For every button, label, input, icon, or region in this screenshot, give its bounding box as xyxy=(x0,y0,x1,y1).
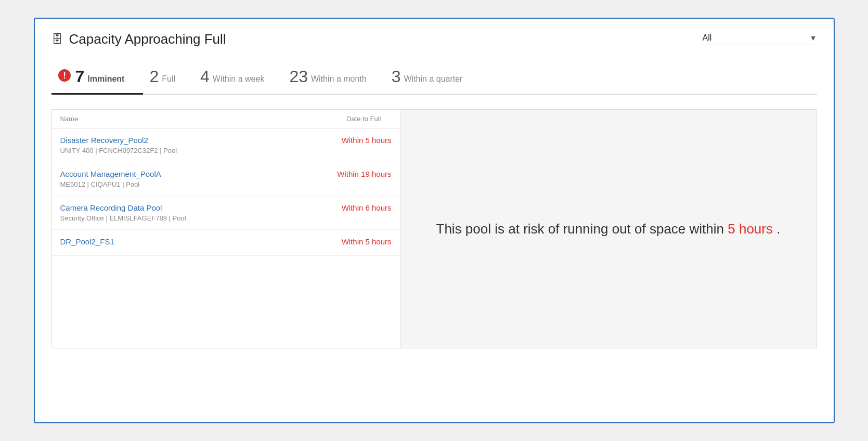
row-name: DR_Pool2_FS1 xyxy=(60,237,114,246)
tab-label-month: Within a month xyxy=(311,70,367,84)
table-header: Name Date to Full xyxy=(52,110,400,128)
row-date: Within 5 hours xyxy=(342,237,392,246)
chevron-down-icon: ▼ xyxy=(810,34,817,42)
row-top: Camera Recording Data Pool Within 6 hour… xyxy=(60,203,392,212)
col-header-date: Date to Full xyxy=(346,115,381,123)
table-row[interactable]: Disaster Recovery_Pool2 Within 5 hours U… xyxy=(52,128,400,162)
tab-imminent[interactable]: ! 7 Imminent xyxy=(51,62,144,94)
tab-full[interactable]: 2 Full xyxy=(143,62,194,94)
table-row[interactable]: DR_Pool2_FS1 Within 5 hours xyxy=(52,230,400,256)
detail-text-before: This pool is at risk of running out of s… xyxy=(436,221,724,237)
page-title: Capacity Approaching Full xyxy=(69,31,226,47)
detail-panel: This pool is at risk of running out of s… xyxy=(400,109,817,348)
detail-highlight: 5 hours xyxy=(728,221,773,237)
table-panel: Name Date to Full Disaster Recovery_Pool… xyxy=(51,109,400,348)
filter-dropdown[interactable]: All ▼ xyxy=(703,33,817,45)
row-top: Account Management_PoolA Within 19 hours xyxy=(60,170,392,178)
detail-text-after: . xyxy=(776,221,780,237)
tab-week[interactable]: 4 Within a week xyxy=(194,62,283,94)
content-area: Name Date to Full Disaster Recovery_Pool… xyxy=(51,109,817,348)
alert-icon: ! xyxy=(58,69,71,85)
row-name: Camera Recording Data Pool xyxy=(60,203,162,212)
tab-count-quarter: 3 xyxy=(392,67,401,86)
tab-quarter[interactable]: 3 Within a quarter xyxy=(385,62,482,94)
table-row[interactable]: Account Management_PoolA Within 19 hours… xyxy=(52,162,400,196)
tab-label-full: Full xyxy=(162,70,175,84)
row-date: Within 5 hours xyxy=(342,136,392,145)
tab-label-week: Within a week xyxy=(213,70,265,84)
tab-count-imminent: 7 xyxy=(75,67,85,86)
row-name: Account Management_PoolA xyxy=(60,170,161,178)
dropdown-value: All xyxy=(703,33,807,43)
main-card: 🗄 Capacity Approaching Full All ▼ ! 7 Im… xyxy=(34,18,835,423)
database-icon: 🗄 xyxy=(51,33,63,46)
tab-label-imminent: Imminent xyxy=(87,70,124,84)
row-top: Disaster Recovery_Pool2 Within 5 hours xyxy=(60,136,392,145)
header-left: 🗄 Capacity Approaching Full xyxy=(51,31,226,47)
row-date: Within 6 hours xyxy=(342,203,392,212)
tab-month[interactable]: 23 Within a month xyxy=(283,62,385,94)
row-date: Within 19 hours xyxy=(337,170,391,178)
tab-count-full: 2 xyxy=(149,67,159,86)
tabs-bar: ! 7 Imminent 2 Full 4 Within a week 23 W… xyxy=(51,62,817,95)
col-header-name: Name xyxy=(60,115,347,123)
row-sub: UNITY 400 | FCNCH0972C32F2 | Pool xyxy=(60,147,392,154)
detail-message: This pool is at risk of running out of s… xyxy=(436,219,781,239)
row-sub: Security Office | ELMISLFAGEF789 | Pool xyxy=(60,214,392,222)
tab-count-month: 23 xyxy=(289,67,308,86)
row-name: Disaster Recovery_Pool2 xyxy=(60,136,148,145)
table-row[interactable]: Camera Recording Data Pool Within 6 hour… xyxy=(52,196,400,230)
row-sub: ME5012 | CIQAPU1 | Pool xyxy=(60,180,392,188)
row-top: DR_Pool2_FS1 Within 5 hours xyxy=(60,237,392,246)
tab-count-week: 4 xyxy=(200,67,210,86)
tab-label-quarter: Within a quarter xyxy=(404,70,463,84)
table-body[interactable]: Disaster Recovery_Pool2 Within 5 hours U… xyxy=(52,128,400,348)
svg-text:!: ! xyxy=(63,71,66,81)
header: 🗄 Capacity Approaching Full All ▼ xyxy=(51,31,817,47)
